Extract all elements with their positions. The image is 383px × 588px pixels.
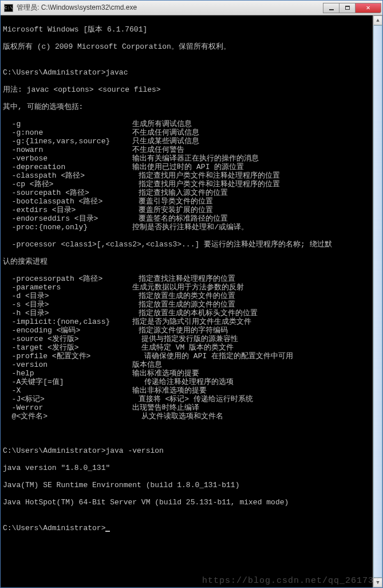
option-line: -X 输出非标准选项的提要 xyxy=(3,386,380,395)
option-line: -d <目录> 指定放置生成的类文件的位置 xyxy=(3,292,380,300)
prompt-line: C:\Users\Administrator>javac xyxy=(3,68,380,77)
option-line: -J<标记> 直接将 <标记> 传递给运行时系统 xyxy=(3,395,380,403)
option-line: -A关键字[=值] 传递给注释处理程序的选项 xyxy=(3,378,380,386)
option-line: -proc:{none,only} 控制是否执行注释处理和/或编译。 xyxy=(3,223,380,232)
option-line: -version 版本信息 xyxy=(3,360,380,369)
titlebar[interactable]: C:\ 管理员: C:\Windows\system32\cmd.exe ✕ xyxy=(1,1,382,15)
line: 版权所有 (c) 2009 Microsoft Corporation。保留所有… xyxy=(3,42,380,51)
option-line: -target <发行版> 生成特定 VM 版本的类文件 xyxy=(3,343,380,352)
option-line: @<文件名> 从文件读取选项和文件名 xyxy=(3,412,380,421)
scroll-thumb[interactable] xyxy=(373,25,382,578)
line: Java(TM) SE Runtime Environment (build 1… xyxy=(3,481,380,489)
option-line: -extdirs <目录> 覆盖所安装扩展的位置 xyxy=(3,206,380,214)
line: Java HotSpot(TM) 64-Bit Server VM (build… xyxy=(3,498,380,507)
window-title: 管理员: C:\Windows\system32\cmd.exe xyxy=(17,3,323,13)
option-line: -g 生成所有调试信息 xyxy=(3,120,380,128)
option-line: -processorpath <路径> 指定查找注释处理程序的位置 xyxy=(3,275,380,283)
option-line: -encoding <编码> 指定源文件使用的字符编码 xyxy=(3,326,380,335)
prompt-line: C:\Users\Administrator>java -version xyxy=(3,446,380,455)
cmd-window: C:\ 管理员: C:\Windows\system32\cmd.exe ✕ M… xyxy=(0,0,383,588)
option-line: -bootclasspath <路径> 覆盖引导类文件的位置 xyxy=(3,197,380,206)
minimize-button[interactable] xyxy=(323,3,339,13)
option-line: -implicit:{none,class} 指定是否为隐式引用文件生成类文件 xyxy=(3,317,380,326)
option-line: -profile <配置文件> 请确保使用的 API 在指定的配置文件中可用 xyxy=(3,352,380,360)
cmd-icon: C:\ xyxy=(4,4,13,12)
line: -processor <class1>[,<class2>,<class3>..… xyxy=(3,240,380,249)
line: 其中, 可能的选项包括: xyxy=(3,103,380,111)
option-line: -g:{lines,vars,source} 只生成某些调试信息 xyxy=(3,137,380,146)
option-line: -g:none 不生成任何调试信息 xyxy=(3,128,380,137)
option-line: -h <目录> 指定放置生成的本机标头文件的位置 xyxy=(3,309,380,317)
scroll-up-button[interactable]: ▲ xyxy=(373,15,382,25)
option-line: -s <目录> 指定放置生成的源文件的位置 xyxy=(3,300,380,309)
line: Microsoft Windows [版本 6.1.7601] xyxy=(3,25,380,34)
option-line: -help 输出标准选项的提要 xyxy=(3,369,380,378)
close-button[interactable]: ✕ xyxy=(355,3,381,13)
option-line: -cp <路径> 指定查找用户类文件和注释处理程序的位置 xyxy=(3,180,380,189)
line: 认的搜索进程 xyxy=(3,257,380,266)
terminal-output[interactable]: Microsoft Windows [版本 6.1.7601] 版权所有 (c)… xyxy=(1,15,382,587)
option-line: -deprecation 输出使用已过时的 API 的源位置 xyxy=(3,163,380,171)
prompt-line: C:\Users\Administrator> xyxy=(3,524,105,532)
option-line: -verbose 输出有关编译器正在执行的操作的消息 xyxy=(3,154,380,163)
option-line: -endorseddirs <目录> 覆盖签名的标准路径的位置 xyxy=(3,214,380,223)
option-line: -parameters 生成元数据以用于方法参数的反射 xyxy=(3,283,380,292)
window-controls: ✕ xyxy=(323,3,381,13)
line: java version "1.8.0_131" xyxy=(3,464,380,472)
cursor xyxy=(105,531,110,532)
option-line: -classpath <路径> 指定查找用户类文件和注释处理程序的位置 xyxy=(3,171,380,180)
scrollbar[interactable]: ▲ ▼ xyxy=(373,15,382,587)
watermark: https://blog.csdn.net/qq_261732 xyxy=(202,576,380,586)
option-line: -source <发行版> 提供与指定发行版的源兼容性 xyxy=(3,335,380,343)
option-line: -sourcepath <路径> 指定查找输入源文件的位置 xyxy=(3,189,380,197)
line: 用法: javac <options> <source files> xyxy=(3,85,380,94)
maximize-button[interactable] xyxy=(339,3,356,13)
option-line: -Werror 出现警告时终止编译 xyxy=(3,403,380,412)
option-line: -nowarn 不生成任何警告 xyxy=(3,146,380,154)
